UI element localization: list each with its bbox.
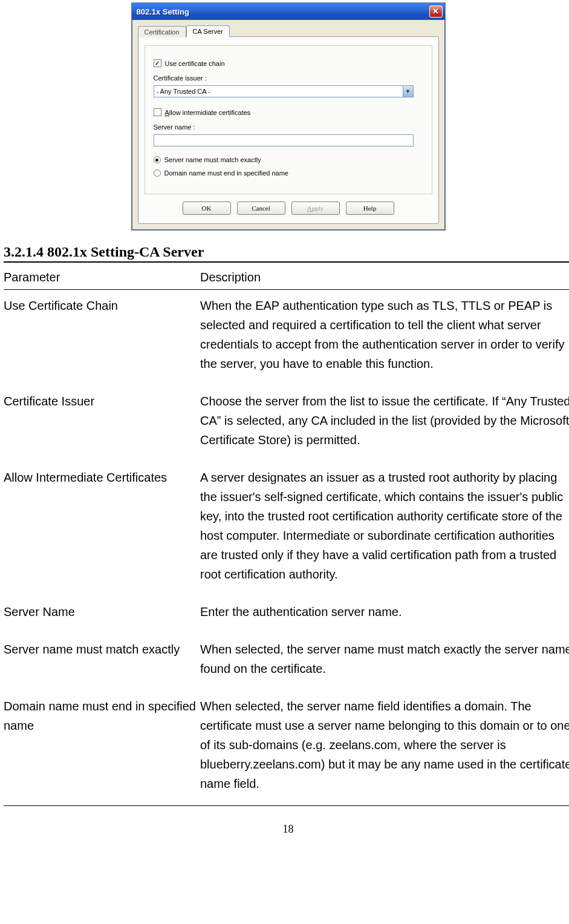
- desc-cell: Enter the authentication server name.: [200, 602, 569, 621]
- ca-server-group: Use certificate chain Certificate issuer…: [145, 45, 432, 194]
- col-header-parameter: Parameter: [4, 267, 200, 287]
- param-cell: Server name must match exactly: [4, 640, 200, 678]
- desc-cell: A server designates an issuer as a trust…: [200, 468, 569, 584]
- tab-panel-ca-server: Use certificate chain Certificate issuer…: [138, 36, 439, 224]
- tab-strip: Certification CA Server: [138, 25, 439, 36]
- table-row: Server name must match exactlyWhen selec…: [4, 634, 569, 690]
- cancel-button[interactable]: Cancel: [237, 202, 285, 215]
- dialog-title: 802.1x Setting: [137, 7, 189, 16]
- ok-button[interactable]: OK: [183, 202, 231, 215]
- param-cell: Certificate Issuer: [4, 392, 200, 450]
- server-name-label: Server name :: [154, 123, 423, 131]
- table-row: Certificate IssuerChoose the server from…: [4, 385, 569, 462]
- cert-issuer-label: Certificate issuer :: [154, 74, 423, 82]
- param-cell: Allow Intermediate Certificates: [4, 468, 200, 584]
- desc-cell: When selected, the server name field ide…: [200, 696, 569, 793]
- param-cell: Domain name must end in specified name: [4, 696, 200, 793]
- section-title: 802.1x Setting-CA Server: [47, 244, 204, 260]
- use-cert-chain-checkbox[interactable]: [154, 59, 161, 67]
- allow-intermediate-checkbox[interactable]: [154, 108, 161, 116]
- section-heading: 3.2.1.4 802.1x Setting-CA Server: [4, 244, 569, 260]
- param-table: Parameter Description Use Certificate Ch…: [4, 266, 569, 806]
- radio-match-exactly[interactable]: [154, 156, 161, 163]
- desc-cell: Choose the server from the list to issue…: [200, 392, 569, 450]
- close-button[interactable]: ✕: [429, 5, 443, 18]
- table-header-row: Parameter Description: [4, 266, 569, 290]
- section-number: 3.2.1.4: [4, 244, 47, 260]
- cert-issuer-select[interactable]: - Any Trusted CA - ▼: [154, 85, 414, 97]
- dialog-titlebar: 802.1x Setting ✕: [132, 3, 445, 20]
- page-number: 18: [4, 823, 569, 836]
- param-cell: Use Certificate Chain: [4, 296, 200, 373]
- close-icon: ✕: [432, 7, 439, 16]
- heading-divider: [4, 261, 569, 263]
- tab-certification[interactable]: Certification: [138, 26, 186, 38]
- col-header-description: Description: [200, 267, 569, 287]
- desc-cell: When the EAP authentication type such as…: [200, 296, 569, 373]
- help-button[interactable]: Help: [346, 202, 394, 215]
- use-cert-chain-label: Use certificate chain: [165, 60, 225, 67]
- table-row: Server NameEnter the authentication serv…: [4, 596, 569, 634]
- chevron-down-icon: ▼: [403, 86, 413, 97]
- table-row: Allow Intermediate CertificatesA server …: [4, 462, 569, 596]
- radio-match-exactly-label: Server name must match exactly: [164, 156, 261, 163]
- table-row: Domain name must end in specified nameWh…: [4, 690, 569, 806]
- server-name-input[interactable]: [154, 134, 414, 146]
- tab-ca-server[interactable]: CA Server: [186, 25, 230, 37]
- settings-dialog: 802.1x Setting ✕ Certification CA Server…: [131, 2, 446, 231]
- dialog-button-row: OK Cancel Apply Help: [145, 202, 432, 215]
- cert-issuer-value: - Any Trusted CA -: [157, 88, 210, 95]
- table-row: Use Certificate ChainWhen the EAP authen…: [4, 290, 569, 385]
- allow-intermediate-label: Allow intermidiate certificates: [165, 109, 251, 116]
- param-cell: Server Name: [4, 602, 200, 621]
- radio-domain-specified[interactable]: [154, 169, 161, 177]
- desc-cell: When selected, the server name must matc…: [200, 640, 569, 678]
- table-body: Use Certificate ChainWhen the EAP authen…: [4, 290, 569, 806]
- radio-domain-specified-label: Domain name must end in specified name: [164, 169, 288, 177]
- apply-button[interactable]: Apply: [291, 202, 340, 215]
